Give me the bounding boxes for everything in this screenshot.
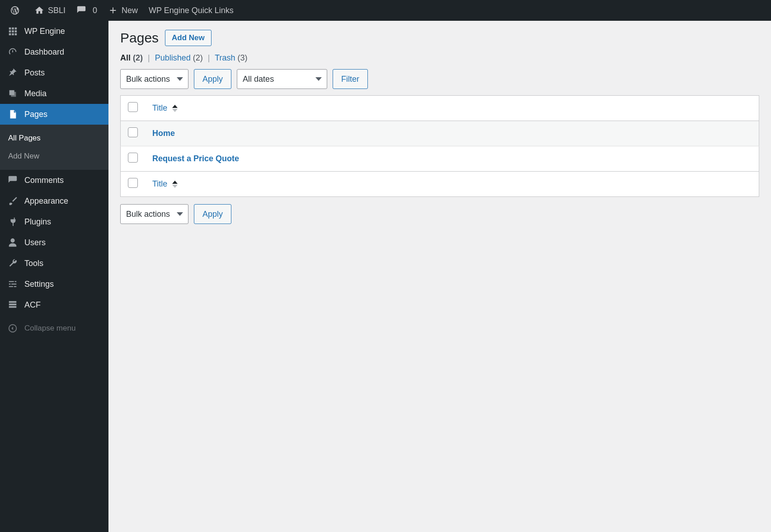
grid-icon	[6, 300, 19, 310]
new-label: New	[122, 6, 138, 15]
row-checkbox[interactable]	[128, 153, 138, 163]
admin-sidebar: WP Engine Dashboard Posts Media Pages	[0, 21, 108, 532]
wrench-icon	[6, 258, 19, 268]
svg-rect-3	[9, 30, 11, 33]
sidebar-subitem-add-new[interactable]: Add New	[0, 147, 108, 165]
sidebar-item-label: WP Engine	[24, 27, 65, 36]
sidebar-item-posts[interactable]: Posts	[0, 62, 108, 83]
filter-all[interactable]: All (2)	[120, 53, 143, 62]
sidebar-item-label: Media	[24, 89, 47, 98]
wordpress-logo-menu[interactable]	[5, 0, 29, 21]
sidebar-item-acf[interactable]: ACF	[0, 294, 108, 315]
media-icon	[6, 89, 19, 98]
filter-trash[interactable]: Trash (3)	[215, 53, 247, 62]
sidebar-subitem-label: Add New	[8, 152, 39, 160]
sidebar-item-label: Comments	[24, 176, 64, 185]
svg-rect-4	[12, 30, 14, 33]
sidebar-item-label: Posts	[24, 68, 45, 78]
collapse-menu-button[interactable]: Collapse menu	[0, 317, 108, 340]
sidebar-item-label: Tools	[24, 259, 43, 268]
apply-button-bottom[interactable]: Apply	[194, 204, 231, 224]
wpengine-icon	[6, 26, 19, 36]
bulk-actions-select[interactable]: Bulk actions	[120, 69, 188, 89]
svg-rect-1	[12, 28, 14, 30]
home-icon	[34, 5, 44, 15]
main-content: Pages Add New All (2) | Published (2) | …	[108, 21, 771, 532]
sidebar-item-comments[interactable]: Comments	[0, 170, 108, 191]
filter-published[interactable]: Published (2)	[155, 53, 203, 62]
collapse-label: Collapse menu	[24, 324, 75, 333]
status-filters: All (2) | Published (2) | Trash (3)	[120, 53, 759, 63]
column-footer-title[interactable]: Title	[145, 172, 759, 197]
sidebar-item-media[interactable]: Media	[0, 83, 108, 104]
sidebar-item-tools[interactable]: Tools	[0, 253, 108, 274]
page-title: Pages	[120, 30, 159, 46]
column-header-title[interactable]: Title	[145, 96, 759, 121]
pin-icon	[6, 68, 19, 78]
page-header: Pages Add New	[120, 30, 759, 46]
table-row: Home	[121, 121, 759, 146]
row-checkbox[interactable]	[128, 127, 138, 137]
pages-table: Title Home Request a Price Quote	[120, 95, 759, 197]
row-title-link[interactable]: Home	[152, 129, 175, 138]
svg-rect-0	[9, 28, 11, 30]
bulk-actions-select-bottom[interactable]: Bulk actions	[120, 204, 188, 224]
sidebar-item-label: ACF	[24, 300, 41, 310]
wpengine-quicklinks-menu[interactable]: WP Engine Quick Links	[143, 0, 239, 21]
sidebar-subitem-all-pages[interactable]: All Pages	[0, 129, 108, 147]
dashboard-icon	[6, 47, 19, 57]
sidebar-submenu-pages: All Pages Add New	[0, 125, 108, 170]
sidebar-item-label: Appearance	[24, 196, 68, 206]
pages-icon	[6, 109, 19, 119]
sidebar-item-label: Dashboard	[24, 47, 64, 57]
sidebar-item-label: Users	[24, 238, 46, 247]
sidebar-item-pages[interactable]: Pages	[0, 104, 108, 125]
sidebar-item-settings[interactable]: Settings	[0, 274, 108, 294]
row-title-link[interactable]: Request a Price Quote	[152, 154, 239, 163]
sidebar-item-label: Plugins	[24, 217, 51, 227]
sidebar-item-appearance[interactable]: Appearance	[0, 191, 108, 211]
select-all-top-checkbox[interactable]	[128, 102, 138, 112]
apply-button-top[interactable]: Apply	[194, 69, 231, 89]
svg-rect-5	[15, 30, 17, 33]
tablenav-bottom: Bulk actions Apply	[120, 204, 759, 224]
site-name-label: SBLI	[48, 6, 66, 15]
admin-bar: SBLI 0 New WP Engine Quick Links	[0, 0, 771, 21]
add-new-button[interactable]: Add New	[165, 30, 212, 46]
comment-icon	[6, 175, 19, 185]
comments-count: 0	[93, 6, 97, 15]
date-filter-select[interactable]: All dates	[237, 69, 327, 89]
sidebar-item-label: Settings	[24, 280, 54, 289]
sidebar-item-users[interactable]: Users	[0, 232, 108, 253]
new-content-menu[interactable]: New	[103, 0, 143, 21]
plug-icon	[6, 217, 19, 227]
comment-icon	[76, 5, 86, 15]
sort-indicator-icon	[172, 181, 178, 188]
svg-rect-8	[15, 33, 17, 36]
user-icon	[6, 238, 19, 247]
svg-rect-7	[12, 33, 14, 36]
wordpress-logo-icon	[10, 5, 20, 15]
svg-rect-6	[9, 33, 11, 36]
collapse-icon	[6, 323, 19, 333]
sidebar-item-wpengine[interactable]: WP Engine	[0, 21, 108, 42]
plus-icon	[108, 5, 118, 15]
select-all-bottom-checkbox[interactable]	[128, 178, 138, 188]
sidebar-item-label: Pages	[24, 110, 47, 119]
tablenav-top: Bulk actions Apply All dates Filter	[120, 69, 759, 89]
svg-rect-2	[15, 28, 17, 30]
filter-button[interactable]: Filter	[333, 69, 368, 89]
comments-menu[interactable]: 0	[71, 0, 103, 21]
sidebar-item-dashboard[interactable]: Dashboard	[0, 42, 108, 62]
sort-indicator-icon	[172, 105, 178, 112]
table-row: Request a Price Quote	[121, 146, 759, 172]
sidebar-subitem-label: All Pages	[8, 134, 41, 142]
sliders-icon	[6, 279, 19, 289]
sidebar-item-plugins[interactable]: Plugins	[0, 211, 108, 232]
quicklinks-label: WP Engine Quick Links	[149, 6, 234, 15]
site-name-menu[interactable]: SBLI	[29, 0, 71, 21]
brush-icon	[6, 196, 19, 206]
